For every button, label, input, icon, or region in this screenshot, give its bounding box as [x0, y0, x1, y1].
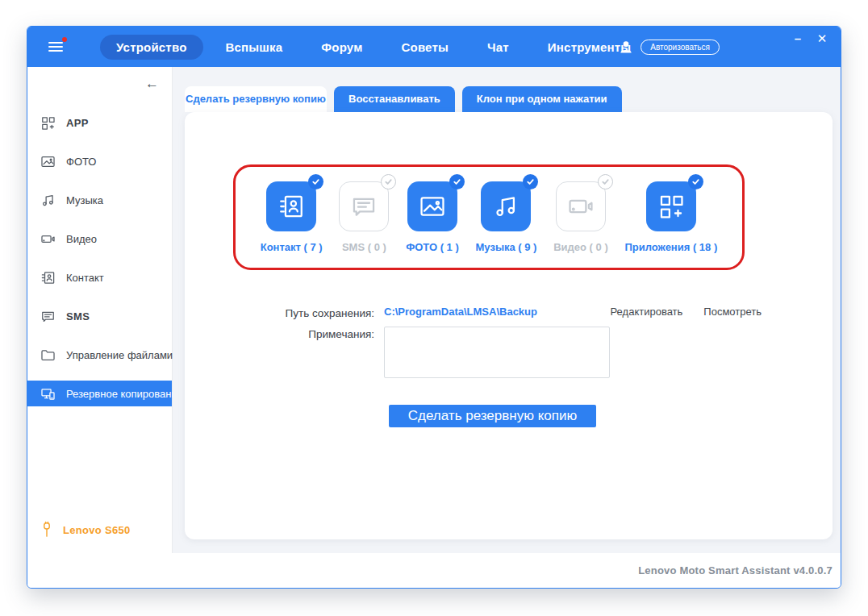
sidebar-item-music[interactable]: Музыка — [27, 187, 172, 213]
sidebar-item-label: Контакт — [66, 272, 104, 284]
category-label: SMS ( 0 ) — [342, 241, 386, 253]
notification-dot — [62, 37, 67, 42]
minimize-button[interactable]: – — [791, 31, 805, 46]
sidebar-nav: APP ФОТО Музыка Видео Контакт — [27, 110, 172, 406]
sidebar-item-label: APP — [66, 117, 89, 129]
music-icon — [492, 193, 520, 220]
category-label: Контакт ( 7 ) — [261, 241, 323, 253]
category-apps[interactable]: Приложения ( 18 ) — [624, 181, 717, 253]
category-music[interactable]: Музыка ( 9 ) — [476, 181, 537, 253]
unchecked-icon[interactable] — [381, 174, 396, 189]
photo-tile[interactable] — [407, 181, 457, 231]
music-icon — [40, 193, 56, 208]
sidebar-item-label: Резервное копирование — [66, 388, 183, 400]
category-video[interactable]: Видео ( 0 ) — [553, 181, 608, 253]
sidebar-item-app[interactable]: APP — [27, 110, 172, 135]
sidebar: ← APP ФОТО Музыка Видео — [27, 67, 173, 553]
contact-icon — [40, 270, 56, 285]
sidebar-item-sms[interactable]: SMS — [27, 303, 172, 329]
notes-input[interactable] — [384, 327, 610, 378]
checked-icon[interactable] — [523, 174, 538, 189]
category-contacts[interactable]: Контакт ( 7 ) — [261, 181, 323, 253]
sidebar-item-label: Управление файлами — [66, 349, 173, 361]
apps-tile[interactable] — [646, 181, 696, 231]
edit-path-link[interactable]: Редактировать — [611, 306, 683, 318]
video-icon — [40, 231, 56, 247]
checked-icon[interactable] — [308, 174, 323, 189]
video-icon — [567, 193, 595, 220]
sidebar-item-backup[interactable]: Резервное копирование — [27, 381, 172, 406]
sms-tile[interactable] — [339, 181, 389, 231]
checked-icon[interactable] — [688, 174, 703, 189]
top-navigation-bar: Устройство Вспышка Форум Советы Чат Инст… — [27, 27, 841, 67]
category-label: ФОТО ( 1 ) — [406, 241, 459, 253]
close-button[interactable]: ✕ — [815, 31, 829, 46]
backup-tabs: Сделать резервную копию Восстанавливать … — [185, 86, 841, 112]
sidebar-item-photo[interactable]: ФОТО — [27, 148, 172, 174]
sidebar-item-label: SMS — [66, 310, 90, 323]
nav-item-chat[interactable]: Чат — [471, 35, 525, 60]
login-button[interactable]: Авторизоваться — [641, 40, 720, 55]
photo-icon — [40, 154, 56, 169]
category-label: Музыка ( 9 ) — [476, 241, 537, 253]
backup-panel: Контакт ( 7 ) SMS ( 0 ) — [185, 112, 833, 539]
category-label: Приложения ( 18 ) — [624, 241, 717, 253]
nav-item-forum[interactable]: Форум — [305, 35, 378, 60]
tab-make-backup[interactable]: Сделать резервную копию — [185, 86, 327, 112]
nav-item-device[interactable]: Устройство — [100, 35, 203, 60]
connected-device: Lenovo S650 — [40, 521, 131, 539]
unchecked-icon[interactable] — [598, 174, 613, 189]
save-path-row: Путь сохранения: C:\ProgramData\LMSA\Bac… — [185, 306, 833, 319]
contacts-tile[interactable] — [266, 181, 316, 231]
apps-icon — [657, 193, 685, 220]
nav-item-flash[interactable]: Вспышка — [210, 35, 299, 60]
category-photo[interactable]: ФОТО ( 1 ) — [406, 181, 459, 253]
sidebar-item-label: Музыка — [66, 194, 103, 206]
annotation-red-box: Контакт ( 7 ) SMS ( 0 ) — [233, 164, 745, 270]
folder-icon — [40, 348, 56, 363]
apps-icon — [40, 115, 56, 131]
photo-icon — [419, 193, 446, 220]
main-area: Сделать резервную копию Восстанавливать … — [173, 67, 841, 553]
category-sms[interactable]: SMS ( 0 ) — [339, 181, 389, 253]
backup-icon — [40, 386, 56, 402]
sms-icon — [350, 193, 378, 220]
sidebar-item-video[interactable]: Видео — [27, 226, 172, 252]
app-version-text: Lenovo Moto Smart Assistant v4.0.0.7 — [638, 564, 833, 576]
sms-icon — [40, 309, 56, 324]
sidebar-item-label: ФОТО — [66, 156, 96, 168]
sidebar-item-contact[interactable]: Контакт — [27, 264, 172, 290]
sidebar-item-file-management[interactable]: Управление файлами — [27, 342, 172, 368]
notes-row: Примечания: — [185, 327, 833, 378]
status-footer: Lenovo Moto Smart Assistant v4.0.0.7 — [27, 553, 841, 588]
view-path-link[interactable]: Посмотреть — [703, 306, 762, 318]
app-window: Устройство Вспышка Форум Советы Чат Инст… — [27, 26, 841, 589]
save-path-label: Путь сохранения: — [185, 306, 374, 319]
top-nav: Устройство Вспышка Форум Советы Чат Инст… — [100, 35, 647, 60]
window-controls: – ✕ — [791, 31, 829, 46]
user-icon — [618, 39, 634, 55]
sidebar-item-label: Видео — [66, 233, 97, 245]
notes-label: Примечания: — [185, 327, 374, 340]
sidebar-collapse-icon[interactable]: ← — [145, 77, 159, 90]
make-backup-button[interactable]: Сделать резервную копию — [389, 405, 596, 427]
contact-icon — [278, 193, 305, 220]
account-area: Авторизоваться — [618, 27, 720, 67]
category-label: Видео ( 0 ) — [553, 241, 608, 253]
video-tile[interactable] — [556, 181, 606, 231]
nav-item-tips[interactable]: Советы — [385, 35, 465, 60]
checked-icon[interactable] — [449, 174, 465, 189]
backup-form: Путь сохранения: C:\ProgramData\LMSA\Bac… — [185, 306, 833, 427]
usb-cable-icon — [40, 521, 53, 539]
hamburger-menu-icon[interactable] — [48, 40, 66, 54]
save-path-value[interactable]: C:\ProgramData\LMSA\Backup — [384, 306, 537, 318]
music-tile[interactable] — [481, 181, 531, 231]
device-name: Lenovo S650 — [63, 524, 131, 536]
